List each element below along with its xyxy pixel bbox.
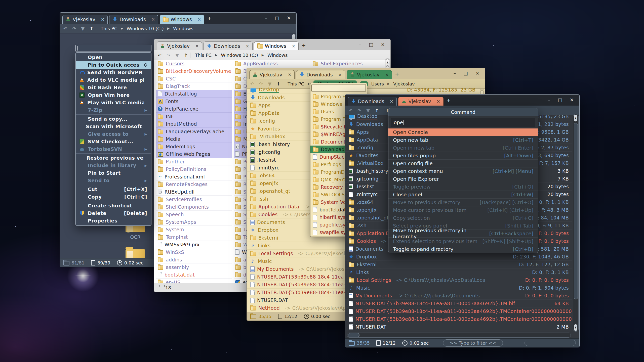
file-row[interactable]: ❖DropboxD: 230, F: 1043, 46 GB — [345, 253, 572, 261]
file-row[interactable]: AFonts — [156, 98, 232, 105]
new-tab-button[interactable]: + — [395, 71, 399, 77]
file-row[interactable]: Cursors — [156, 60, 232, 67]
forward-icon[interactable]: ↷ — [259, 81, 263, 86]
horizontal-scrollbar-thumb[interactable] — [348, 333, 359, 337]
menu-item-include-in-library[interactable]: Include in library▶ — [76, 162, 151, 169]
file-row[interactable]: Offline Web Pages — [156, 150, 232, 158]
file-row[interactable]: BitLockerDiscoveryVolumeContents — [156, 67, 232, 75]
menu-item-git-bash-here[interactable]: Git Bash Here — [76, 84, 151, 91]
scroll-down-icon[interactable]: ▼ — [574, 324, 577, 331]
breadcrumb-segment[interactable]: Windows — [267, 53, 288, 58]
file-row[interactable]: INF — [156, 113, 232, 120]
breadcrumb-segment[interactable]: This PC — [195, 53, 212, 58]
tab-close-icon[interactable]: × — [385, 72, 389, 77]
menu-item-tortoisesvn[interactable]: TortoiseSVN▶ — [76, 145, 151, 153]
tab-windows[interactable]: Windows× — [160, 15, 204, 24]
forward-icon[interactable]: ↷ — [357, 108, 361, 113]
tab-vjekoslav[interactable]: Vjekoslav× — [157, 41, 202, 50]
file-row[interactable]: ShellExperiences — [311, 60, 387, 67]
file-row[interactable]: NTUSER.DAT{53b39e88-18c4-11ea-a811-000d3… — [345, 307, 572, 315]
menu-item-restore-previous-versions[interactable]: Restore previous versions — [76, 154, 151, 162]
tab-downloads[interactable]: Downloads× — [109, 15, 158, 24]
tab-close-icon[interactable]: × — [437, 99, 440, 104]
up-icon[interactable]: ↑ — [184, 53, 188, 58]
tab-close-icon[interactable]: × — [151, 17, 155, 22]
menu-item-add-to-vlc-media-player-s-playlist[interactable]: Add to VLC media player's Playlist — [76, 76, 151, 84]
menu-item-properties[interactable]: Properties — [76, 217, 151, 224]
new-tab-button[interactable]: + — [302, 42, 306, 48]
scrollbar[interactable]: ▲ ▼ — [573, 114, 579, 332]
file-row[interactable]: addins — [156, 256, 232, 263]
command-move-cursor-to-previous-item[interactable]: Move cursor to previous item[Ctrl+K] [Ct… — [388, 206, 538, 214]
menu-item-svn-checkout-[interactable]: SVN Checkout... — [76, 138, 151, 145]
command-close-panel[interactable]: Close panel[Ctrl+W] — [388, 191, 538, 198]
command-open-context-menu[interactable]: Open context menu[Ctrl+M] [Menu] — [388, 167, 538, 175]
tab-close-icon[interactable]: × — [390, 99, 393, 104]
up-icon[interactable]: ↑ — [375, 108, 379, 113]
up-icon[interactable]: ↑ — [276, 81, 280, 86]
file-row[interactable]: TempInst — [156, 233, 232, 241]
up-icon[interactable]: ↑ — [90, 26, 93, 31]
command-input[interactable]: ope — [391, 118, 535, 127]
maximize-icon[interactable]: □ — [275, 15, 279, 21]
menu-item-open-vim-here[interactable]: VOpen Vim here — [76, 91, 151, 99]
tab-close-icon[interactable]: × — [246, 43, 249, 49]
command-open-file-explorer[interactable]: Open File Explorer — [388, 175, 538, 183]
file-row[interactable]: RemotePackages — [156, 180, 232, 188]
close-icon[interactable]: ✕ — [570, 97, 574, 103]
menu-item-send-to[interactable]: Send to▶ — [76, 177, 151, 184]
maximize-icon[interactable]: □ — [463, 70, 468, 76]
scroll-up-icon[interactable]: ▲ — [574, 115, 577, 121]
file-row[interactable]: CSC — [156, 75, 232, 82]
file-row[interactable]: WMSysPr9.prx — [156, 241, 232, 248]
menu-item-give-access-to[interactable]: Give access to▶ — [76, 130, 151, 138]
menu-item-delete[interactable]: Delete[Delete] — [76, 209, 151, 217]
tab-vjekoslav[interactable]: Vjekoslav× — [398, 97, 444, 106]
history-dropdown-icon[interactable]: ▼ — [268, 81, 271, 86]
command-open-in-new-tab[interactable]: Open in new tab[Ctrl+Enter] — [388, 144, 538, 152]
file-row[interactable]: Speech — [156, 211, 232, 218]
command-toggle-expand-directory[interactable]: Toggle expand directory[Ctrl+B] — [388, 245, 538, 253]
file-row[interactable]: ➜LinksD: 0, F: 3, 1 KB — [345, 268, 572, 276]
file-row[interactable]: Panther — [156, 158, 232, 165]
menu-item-cut[interactable]: Cut[Ctrl+X] — [76, 186, 151, 193]
minimize-icon[interactable]: – — [548, 97, 550, 103]
breadcrumb-segment[interactable]: Vjekoslav — [393, 81, 415, 86]
file-row[interactable]: My Documents-> C:\Users\Vjekoslav\Docume… — [345, 292, 572, 300]
command-move-to-previous-directory-in-hierarchy[interactable]: Move to previous directory in hierarchy[… — [388, 230, 538, 237]
forward-icon[interactable]: ↷ — [72, 26, 76, 31]
breadcrumb-segment[interactable]: Users — [371, 81, 384, 86]
maximize-icon[interactable]: □ — [558, 97, 562, 103]
file-row[interactable]: InputMethod — [156, 120, 232, 128]
file-row[interactable]: assembly — [156, 263, 232, 271]
tab-close-icon[interactable]: × — [101, 17, 104, 22]
scroll-up-icon[interactable]: ▲ — [386, 59, 389, 66]
tab-vjekoslav[interactable]: Vjekoslav× — [249, 70, 295, 79]
file-row[interactable]: System — [156, 226, 232, 233]
command-move-to-previous-directory[interactable]: Move to previous directory[Backspace] [C… — [388, 198, 538, 206]
file-row[interactable]: DiagTrack — [156, 82, 232, 90]
tab-downloads[interactable]: Downloads× — [204, 41, 253, 50]
context-menu-filter-input[interactable] — [75, 45, 151, 52]
breadcrumb-segment[interactable]: Windows 10 (C:) — [221, 53, 258, 58]
minimize-icon[interactable]: – — [359, 42, 361, 47]
file-row[interactable]: NTUSER.DAT2 MB — [345, 323, 572, 331]
command-open-files-popup[interactable]: Open files popup[Alt+Down] — [388, 152, 538, 159]
file-row[interactable]: PolicyDefinitions — [156, 165, 232, 173]
menu-item-pin-to-quick-access[interactable]: Pin to Quick access — [76, 61, 151, 69]
horizontal-scrollbar[interactable] — [347, 333, 571, 338]
file-row[interactable]: WinSxS — [156, 248, 232, 256]
filter-input-pill[interactable] — [525, 340, 576, 346]
new-tab-button[interactable]: + — [207, 16, 212, 22]
file-row[interactable]: Media — [156, 135, 232, 143]
menu-item-scan-with-microsoft-defender-[interactable]: Scan with Microsoft Defender... — [76, 123, 151, 130]
file-row[interactable]: NTUSER.DAT{53b39e88-18c4-11ea-a811-000d3… — [345, 300, 572, 307]
history-dropdown-icon[interactable]: ▼ — [175, 53, 179, 58]
file-row[interactable]: SystemApps — [156, 218, 232, 226]
file-row[interactable]: ♪MusicD: 0, F: 1, 504 bytes — [345, 284, 572, 292]
command-open-new-tab[interactable]: Open new tab[Ctrl+T] — [388, 136, 538, 144]
breadcrumb-segment[interactable]: This PC — [101, 26, 117, 31]
menu-item-open[interactable]: Open — [76, 54, 151, 61]
back-icon[interactable]: ↶ — [158, 53, 162, 58]
tab-close-icon[interactable]: × — [197, 17, 201, 22]
